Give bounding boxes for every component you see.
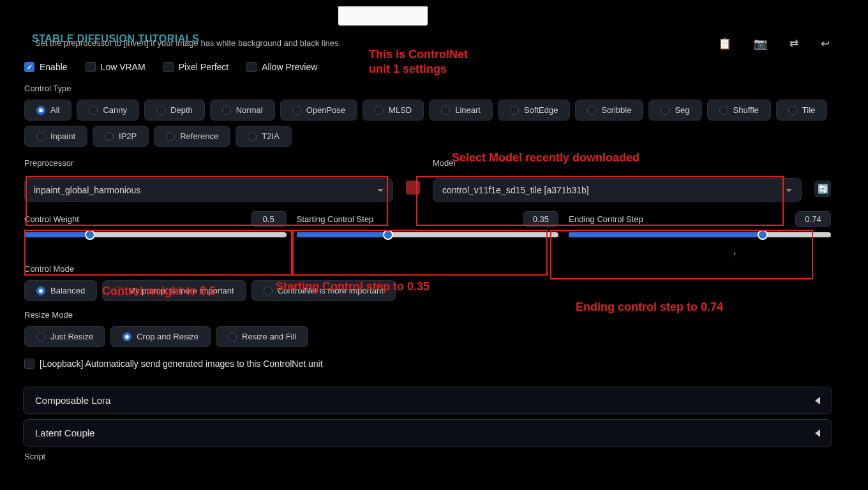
radio-icon	[441, 106, 450, 115]
preprocessor-label: Preprocessor	[24, 158, 393, 168]
model-refresh-button[interactable]: 🔄	[814, 181, 831, 197]
controltype-shuffle[interactable]: Shuffle	[707, 100, 771, 121]
checkbox-icon	[24, 359, 34, 369]
control-type-label: Control Type	[24, 84, 831, 93]
resize-mode-label: Resize Mode	[24, 310, 831, 320]
chevron-down-icon	[377, 189, 384, 192]
allowpreview-label: Allow Preview	[262, 62, 317, 72]
lowvram-label: Low VRAM	[101, 62, 146, 72]
radio-icon	[292, 106, 301, 115]
radio-icon	[105, 132, 114, 141]
radio-icon	[114, 286, 123, 295]
starting-step-value[interactable]: 0.35	[523, 211, 558, 227]
latent-couple-accordion[interactable]: Latent Couple	[23, 419, 832, 447]
controlmode-controlnet[interactable]: ControlNet is more important	[251, 280, 396, 301]
resizemode-fill[interactable]: Resize and Fill	[216, 326, 308, 347]
checkbox-icon	[163, 62, 174, 72]
ending-step-label: Ending Control Step	[569, 214, 643, 224]
latent-couple-label: Latent Couple	[35, 427, 94, 438]
controlmode-prompt[interactable]: My prompt is more important	[102, 280, 246, 301]
control-weight-value[interactable]: 0.5	[251, 211, 287, 227]
radio-icon	[788, 106, 797, 115]
controltype-softedge[interactable]: SoftEdge	[498, 100, 571, 121]
radio-icon	[264, 286, 273, 295]
script-label: Script	[24, 452, 831, 461]
radio-icon	[36, 106, 45, 115]
radio-icon	[89, 106, 98, 115]
preprocessor-select[interactable]: inpaint_global_harmonious	[24, 178, 393, 202]
watermark-text: STABLE DIFFUSION TUTORIALS	[32, 33, 199, 45]
pixelperfect-checkbox[interactable]: Pixel Perfect	[163, 62, 229, 72]
collapse-icon	[815, 429, 820, 437]
resizemode-crop[interactable]: Crop and Resize	[110, 326, 211, 347]
chevron-down-icon	[786, 189, 792, 192]
pixelperfect-label: Pixel Perfect	[179, 62, 229, 72]
controltype-ip2p[interactable]: IP2P	[93, 126, 149, 147]
controltype-seg[interactable]: Seg	[648, 100, 701, 121]
controltype-scribble[interactable]: Scribble	[575, 100, 643, 121]
radio-icon	[156, 106, 165, 115]
radio-icon	[228, 332, 237, 341]
radio-icon	[248, 132, 257, 141]
controltype-inpaint[interactable]: Inpaint	[24, 126, 87, 147]
control-weight-slider[interactable]	[24, 232, 287, 237]
radio-icon	[375, 106, 384, 115]
enable-label: Enable	[40, 62, 68, 72]
controltype-t2ia[interactable]: T2IA	[236, 126, 291, 147]
radio-icon	[222, 106, 231, 115]
model-select[interactable]: control_v11f1e_sd15_tile [a371b31b]	[433, 178, 802, 202]
composable-lora-label: Composable Lora	[35, 395, 110, 406]
model-label: Model	[433, 158, 802, 168]
controltype-canny[interactable]: Canny	[77, 100, 139, 121]
sliders-row: Control Weight 0.5 Starting Control Step…	[24, 211, 831, 237]
ending-step-slider[interactable]	[569, 232, 831, 237]
radio-icon	[661, 106, 670, 115]
radio-icon	[123, 332, 131, 341]
controltype-depth[interactable]: Depth	[144, 100, 205, 121]
run-preprocessor-button[interactable]	[406, 181, 420, 195]
checkbox-icon	[86, 62, 96, 72]
checkbox-icon	[24, 62, 34, 72]
radio-icon	[166, 132, 175, 141]
radio-icon	[719, 106, 728, 115]
controlmode-balanced[interactable]: Balanced	[24, 280, 97, 301]
controltype-lineart[interactable]: Lineart	[429, 100, 493, 121]
loopback-label: [Loopback] Automatically send generated …	[40, 359, 323, 369]
resizemode-just[interactable]: Just Resize	[24, 326, 105, 347]
preprocessor-value: inpaint_global_harmonious	[34, 185, 140, 195]
controltype-openpose[interactable]: OpenPose	[280, 100, 357, 121]
control-weight-label: Control Weight	[24, 214, 79, 224]
radio-icon	[36, 132, 45, 141]
composable-lora-accordion[interactable]: Composable Lora	[23, 387, 832, 414]
ending-step-value[interactable]: 0.74	[795, 211, 831, 227]
controltype-mlsd[interactable]: MLSD	[363, 100, 424, 121]
radio-icon	[36, 286, 45, 295]
starting-step-label: Starting Control Step	[297, 214, 374, 224]
controltype-tile[interactable]: Tile	[776, 100, 827, 121]
collapse-icon	[815, 397, 820, 405]
options-row: Enable Low VRAM Pixel Perfect Allow Prev…	[24, 62, 831, 72]
model-value: control_v11f1e_sd15_tile [a371b31b]	[442, 185, 589, 195]
lowvram-checkbox[interactable]: Low VRAM	[86, 62, 146, 72]
allowpreview-checkbox[interactable]: Allow Preview	[246, 62, 317, 72]
enable-checkbox[interactable]: Enable	[24, 62, 68, 72]
controltype-all[interactable]: All	[24, 100, 71, 121]
loopback-checkbox[interactable]: [Loopback] Automatically send generated …	[24, 359, 831, 369]
starting-step-slider[interactable]	[297, 232, 559, 237]
radio-icon	[510, 106, 519, 115]
controltype-normal[interactable]: Normal	[210, 100, 275, 121]
control-mode-label: Control Mode	[24, 264, 831, 274]
main-panel: Set the preprocessor to [invert] if your…	[13, 6, 842, 466]
radio-icon	[36, 332, 45, 341]
control-type-pills: All Canny Depth Normal OpenPose MLSD Lin…	[24, 100, 831, 147]
radio-icon	[587, 106, 596, 115]
checkbox-icon	[246, 62, 257, 72]
preprocessor-model-row: Preprocessor inpaint_global_harmonious M…	[24, 158, 831, 202]
controltype-reference[interactable]: Reference	[154, 126, 230, 147]
